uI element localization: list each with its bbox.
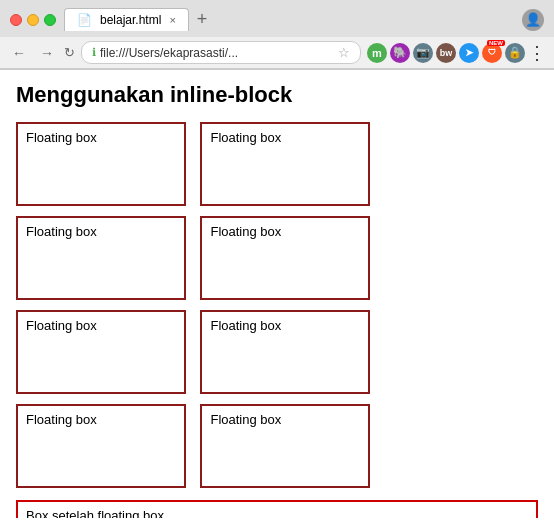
new-tab-button[interactable]: + — [193, 9, 212, 30]
browser-actions: m 🐘 📷 bw ➤ 🛡 NEW 🔒 ⋮ — [367, 42, 546, 64]
floating-box-1: Floating box — [16, 122, 186, 206]
new-extension-icon[interactable]: 🛡 NEW — [482, 43, 502, 63]
floating-box-6: Floating box — [200, 310, 370, 394]
floating-box-7: Floating box — [16, 404, 186, 488]
url-text: file:///Users/ekaprasasti/... — [100, 46, 238, 60]
floating-box-2: Floating box — [200, 122, 370, 206]
page-content: Menggunakan inline-block Floating box Fl… — [0, 70, 554, 518]
lock-extension-icon[interactable]: 🔒 — [505, 43, 525, 63]
minimize-button[interactable] — [27, 14, 39, 26]
floating-box-7-label: Floating box — [26, 412, 97, 427]
floating-box-3-label: Floating box — [26, 224, 97, 239]
arrow-extension-icon[interactable]: ➤ — [459, 43, 479, 63]
address-bar: ← → ↻ ℹ file:///Users/ekaprasasti/... ☆ … — [0, 37, 554, 69]
url-bar[interactable]: ℹ file:///Users/ekaprasasti/... ☆ — [81, 41, 361, 64]
floating-box-4-label: Floating box — [210, 224, 281, 239]
tab-icon: 📄 — [77, 13, 92, 27]
tab-title: belajar.html — [100, 13, 161, 27]
maximize-button[interactable] — [44, 14, 56, 26]
bookmark-icon[interactable]: ☆ — [338, 45, 350, 60]
profile-icon[interactable]: 👤 — [522, 9, 544, 31]
elephant-extension-icon[interactable]: 🐘 — [390, 43, 410, 63]
page-title: Menggunakan inline-block — [16, 82, 538, 108]
after-box: Box setelah floating box — [16, 500, 538, 518]
bw-extension-icon[interactable]: bw — [436, 43, 456, 63]
floating-box-8: Floating box — [200, 404, 370, 488]
camera-extension-icon[interactable]: 📷 — [413, 43, 433, 63]
floating-box-1-label: Floating box — [26, 130, 97, 145]
floating-box-4: Floating box — [200, 216, 370, 300]
floating-box-5: Floating box — [16, 310, 186, 394]
floating-box-6-label: Floating box — [210, 318, 281, 333]
floating-box-5-label: Floating box — [26, 318, 97, 333]
after-box-label: Box setelah floating box — [26, 508, 164, 518]
m-extension-icon[interactable]: m — [367, 43, 387, 63]
browser-chrome: 📄 belajar.html × + 👤 ← → ↻ ℹ file:///Use… — [0, 0, 554, 70]
active-tab[interactable]: 📄 belajar.html × — [64, 8, 189, 31]
window-controls — [10, 14, 56, 26]
forward-button[interactable]: → — [36, 43, 58, 63]
floating-boxes-area: Floating box Floating box Floating box F… — [16, 122, 538, 498]
tab-bar: 📄 belajar.html × + — [64, 8, 514, 31]
more-menu-icon[interactable]: ⋮ — [528, 42, 546, 64]
reload-button[interactable]: ↻ — [64, 45, 75, 60]
floating-box-2-label: Floating box — [210, 130, 281, 145]
tab-close-icon[interactable]: × — [169, 14, 175, 26]
close-button[interactable] — [10, 14, 22, 26]
floating-box-3: Floating box — [16, 216, 186, 300]
lock-icon: ℹ — [92, 46, 96, 59]
back-button[interactable]: ← — [8, 43, 30, 63]
floating-box-8-label: Floating box — [210, 412, 281, 427]
title-bar: 📄 belajar.html × + 👤 — [0, 0, 554, 37]
